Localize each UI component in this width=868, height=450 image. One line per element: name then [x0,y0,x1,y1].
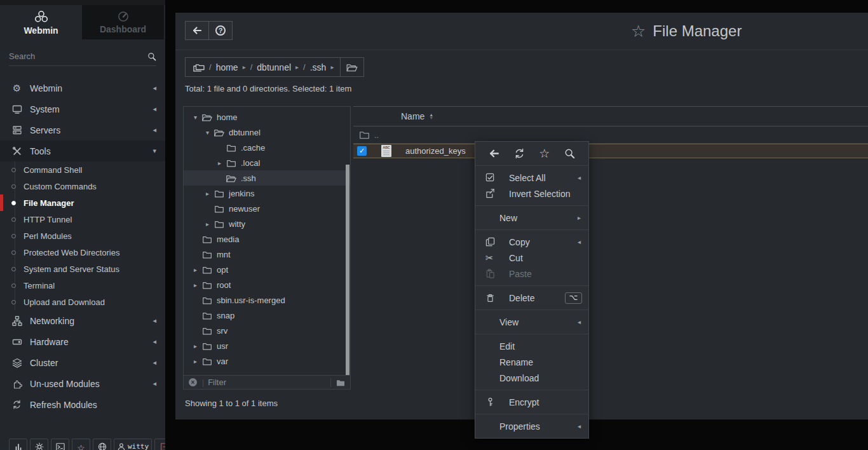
tree-node-snap[interactable]: snap [184,308,350,323]
sidebar-item-cluster[interactable]: Cluster◂ [0,352,165,373]
folder-icon [201,296,213,304]
sidebar-item-protected-web-directories[interactable]: Protected Web Directories [0,244,165,261]
tree-toggle-icon[interactable]: ▸ [191,343,200,350]
menu-item-label: Invert Selection [509,189,571,199]
sidebar-item-terminal[interactable]: Terminal [0,277,165,294]
sidebar-item-http-tunnel[interactable]: HTTP Tunnel [0,211,165,228]
star-button[interactable]: ☆ [72,439,90,450]
menu-item-edit[interactable]: Edit [475,338,588,354]
search-input[interactable] [9,51,147,61]
sidebar-item-refresh-modules[interactable]: Refresh Modules [0,394,165,415]
globe-button[interactable] [93,439,111,450]
table-row-authorized-keys[interactable]: ✓ABCauthorized_keys [353,144,868,158]
filter-input[interactable] [208,378,330,387]
tree-node-srv[interactable]: srv [184,323,350,338]
table-row-parent[interactable]: .. [353,126,868,144]
tree-node-opt[interactable]: ▸opt [184,262,350,277]
user-button[interactable]: witty [114,439,152,450]
open-folder-button[interactable] [340,58,363,76]
sidebar-item-system-and-server-status[interactable]: System and Server Status [0,261,165,277]
filter-clear-icon[interactable]: × [189,378,197,386]
column-header-name[interactable]: Name [401,111,424,121]
help-button[interactable]: ? [208,21,233,40]
back-button[interactable] [185,21,209,40]
menu-item-view[interactable]: View◂ [475,314,588,330]
sidebar-item-tools[interactable]: Tools▾ [0,140,165,161]
breadcrumb-segment-ssh[interactable]: .ssh [310,62,327,72]
menu-item-cut[interactable]: ✂Cut [475,250,588,266]
tree-toggle-icon[interactable]: ▸ [203,221,212,228]
menu-item-new[interactable]: New▸ [475,210,588,226]
tree-toggle-icon[interactable]: ▸ [215,160,224,167]
search-icon[interactable] [147,52,156,61]
tree-node-jenkins[interactable]: ▸jenkins [184,186,350,201]
menu-item-delete[interactable]: Delete [475,290,588,306]
tree-node-mnt[interactable]: mnt [184,247,350,262]
tree-node-ssh[interactable]: .ssh [184,170,350,186]
tree-node-root[interactable]: ▸root [184,277,350,292]
menu-item-encrypt[interactable]: Encrypt [475,394,588,410]
tree-node-sbin-usr-is-merged[interactable]: sbin.usr-is-merged [184,292,350,308]
breadcrumb-segment-dbtunnel[interactable]: dbtunnel [257,62,291,72]
tree-node-local[interactable]: ▸.local [184,155,350,170]
sort-icon[interactable]: ▲▼ [429,113,433,119]
chevron-right-icon[interactable]: ▸ [330,64,334,71]
sidebar-item-custom-commands[interactable]: Custom Commands [0,178,165,194]
folder-solid-icon[interactable] [330,378,345,387]
menu-item-invert-selection[interactable]: Invert Selection [475,186,588,201]
tree-scrollbar[interactable] [346,165,349,386]
tree-toggle-icon[interactable]: ▸ [191,282,200,289]
sidebar-item-un-used-modules[interactable]: Un-used Modules◂ [0,373,165,394]
sidebar-item-perl-modules[interactable]: Perl Modules [0,228,165,244]
tree-node-newuser[interactable]: newuser [184,201,350,216]
tab-dashboard[interactable]: Dashboard [82,5,164,39]
tree-toggle-icon[interactable]: ▸ [203,190,212,197]
tree-node-usr[interactable]: ▸usr [184,338,350,353]
tab-webmin[interactable]: Webmin [0,5,82,39]
chevron-right-icon[interactable]: ▸ [295,64,299,71]
puzzle-icon [11,379,22,389]
chevron-right-icon[interactable]: ▸ [243,64,246,71]
tree-toggle-icon[interactable]: ▸ [191,358,200,365]
tree-node-label: .ssh [241,174,256,183]
menu-item-copy[interactable]: Copy◂ [475,234,588,250]
pagination-summary: Showing 1 to 1 of 1 items [185,399,278,408]
menu-item-properties[interactable]: Properties◂ [475,418,588,434]
breadcrumb-segment-home[interactable]: home [216,62,238,72]
sidebar-item-file-manager[interactable]: File Manager [0,194,165,211]
row-checkbox[interactable]: ✓ [357,146,367,156]
folder-icon [225,159,237,167]
tree-node-home[interactable]: ▾home [184,109,350,125]
tree-node-witty[interactable]: ▸witty [184,216,350,231]
page-title-text: File Manager [653,22,742,40]
tree-node-dbtunnel[interactable]: ▾dbtunnel [184,125,350,140]
tree-node-cache[interactable]: .cache [184,140,350,155]
globe-icon [98,442,107,450]
menu-item-rename[interactable]: Rename [475,354,588,370]
tree-node-media[interactable]: media [184,231,350,247]
file-text-icon: ABC [381,145,391,157]
arrow-left-icon[interactable] [489,148,499,159]
sidebar-item-system[interactable]: System◂ [0,99,165,119]
sidebar-item-webmin[interactable]: ⚙Webmin◂ [0,78,165,99]
sidebar-item-upload-and-download[interactable]: Upload and Download [0,294,165,310]
sidebar-item-networking[interactable]: Networking◂ [0,310,165,331]
tree-node-var[interactable]: ▸var [184,353,350,369]
search-icon[interactable] [564,148,575,159]
sun-button[interactable] [30,439,48,450]
refresh-icon[interactable] [514,148,525,159]
tree-toggle-icon[interactable]: ▾ [203,129,212,136]
tree-toggle-icon[interactable]: ▾ [191,114,200,121]
sidebar-item-label: Hardware [30,337,69,347]
star-outline-icon[interactable]: ☆ [631,23,646,39]
bar-chart-button[interactable] [9,439,27,450]
terminal-button[interactable] [51,439,69,450]
menu-item-download[interactable]: Download [475,370,588,386]
sidebar-item-command-shell[interactable]: Command Shell [0,161,165,178]
tree-toggle-icon[interactable]: ▸ [191,266,200,273]
menu-item-select-all[interactable]: Select All◂ [475,170,588,186]
tab-webmin-label: Webmin [24,25,58,36]
star-outline-icon[interactable]: ☆ [539,147,550,160]
sidebar-item-servers[interactable]: Servers◂ [0,119,165,140]
sidebar-item-hardware[interactable]: Hardware◂ [0,331,165,352]
